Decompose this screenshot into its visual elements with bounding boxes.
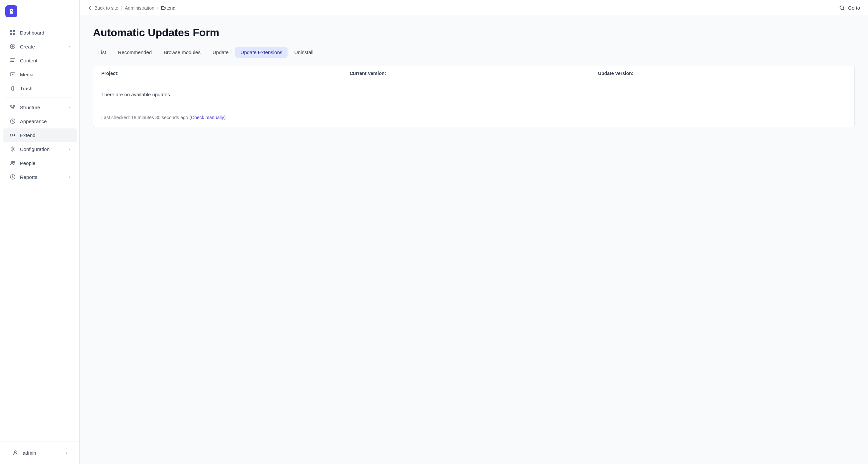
breadcrumb: Back to site | Administration / Extend [88,5,175,11]
structure-arrow-icon: › [69,105,70,109]
trash-icon [9,85,16,92]
tab-uninstall[interactable]: Uninstall [289,47,319,58]
sidebar-item-label-structure: Structure [20,104,65,110]
svg-point-11 [12,148,13,150]
svg-rect-6 [10,58,15,59]
updates-card: Project: Current Version: Update Version… [93,66,855,127]
sidebar-item-content[interactable]: Content [3,54,77,67]
sidebar-item-media[interactable]: Media [3,68,77,81]
svg-rect-1 [10,30,12,32]
search-icon [839,5,845,11]
topbar: Back to site | Administration / Extend G… [80,0,868,16]
svg-point-0 [11,10,12,11]
breadcrumb-sep-2: / [157,5,158,11]
svg-point-15 [14,451,16,453]
column-update-version: Update Version: [598,71,846,76]
dashboard-icon [9,29,16,36]
sidebar-item-extend[interactable]: Extend [3,128,77,142]
sidebar-item-label-appearance: Appearance [20,119,70,124]
media-icon [9,71,16,78]
sidebar-logo-area [0,0,80,23]
sidebar-item-structure[interactable]: Structure › [3,101,77,114]
svg-rect-2 [13,30,15,32]
sidebar-item-label-reports: Reports [20,174,65,180]
page-title: Automatic Updates Form [93,27,855,39]
sidebar-item-create[interactable]: Create › [3,40,77,53]
tab-update[interactable]: Update [207,47,234,58]
main-content: Back to site | Administration / Extend G… [80,0,868,464]
sidebar-item-label-people: People [20,160,70,166]
svg-rect-4 [13,33,15,35]
app-logo[interactable] [5,5,17,17]
sidebar-item-label-content: Content [20,58,70,63]
sidebar-item-label-dashboard: Dashboard [20,30,70,35]
column-project: Project: [101,71,350,76]
no-updates-message: There are no available updates. [101,88,846,101]
extend-icon [9,132,16,138]
svg-rect-7 [10,60,13,60]
admin-arrow-icon: › [66,451,67,455]
sidebar-item-label-configuration: Configuration [20,146,65,152]
tab-update-extensions[interactable]: Update Extensions [235,47,287,58]
breadcrumb-sep-1: | [121,5,122,11]
sidebar-item-reports[interactable]: Reports › [3,170,77,184]
appearance-icon [9,118,16,125]
sidebar-item-configuration[interactable]: Configuration › [3,142,77,156]
sidebar-item-appearance[interactable]: Appearance [3,114,77,128]
goto-label: Go to [848,5,860,11]
breadcrumb-administration[interactable]: Administration [125,5,154,11]
last-checked-text: Last checked: 18 minutes 30 seconds ago … [101,115,191,120]
page-content-area: Automatic Updates Form List Recommended … [80,16,868,464]
table-header: Project: Current Version: Update Version… [93,66,855,81]
column-current-version: Current Version: [350,71,598,76]
svg-rect-8 [10,61,14,62]
check-manually-link[interactable]: Check manually [191,115,224,120]
sidebar-item-trash[interactable]: Trash [3,81,77,95]
create-icon [9,43,16,50]
sidebar-footer: admin › [0,441,80,464]
configuration-arrow-icon: › [69,147,70,151]
sidebar: Dashboard Create › Content Media [0,0,80,464]
content-icon [9,57,16,64]
goto-button[interactable]: Go to [839,5,860,11]
tab-browse-modules[interactable]: Browse modules [158,47,206,58]
people-icon [9,160,16,166]
svg-point-16 [840,6,844,9]
svg-point-13 [13,161,14,163]
back-to-site-link[interactable]: Back to site [88,5,118,11]
sidebar-item-admin[interactable]: admin › [5,446,74,459]
tabs-bar: List Recommended Browse modules Update U… [93,47,855,58]
breadcrumb-extend: Extend [161,5,176,11]
configuration-icon [9,146,16,152]
sidebar-item-label-media: Media [20,72,70,77]
sidebar-item-label-trash: Trash [20,86,70,91]
sidebar-item-people[interactable]: People [3,156,77,170]
sidebar-divider-1 [5,98,74,98]
admin-icon [12,450,19,456]
tab-recommended[interactable]: Recommended [113,47,157,58]
sidebar-nav: Dashboard Create › Content Media [0,23,80,441]
sidebar-item-label-create: Create [20,44,65,49]
svg-rect-10 [10,134,12,136]
back-arrow-icon [88,6,92,10]
sidebar-item-label-extend: Extend [20,132,70,138]
create-arrow-icon: › [69,44,70,49]
structure-icon [9,104,16,110]
table-body: There are no available updates. [93,81,855,108]
svg-point-12 [11,161,13,163]
sidebar-item-dashboard[interactable]: Dashboard [3,26,77,39]
last-checked-row: Last checked: 18 minutes 30 seconds ago … [93,108,855,127]
sidebar-item-label-admin: admin [23,450,62,456]
last-checked-suffix: ) [224,115,226,120]
reports-arrow-icon: › [69,174,70,179]
back-to-site-label: Back to site [94,5,118,11]
reports-icon [9,174,16,180]
tab-list[interactable]: List [93,47,111,58]
svg-rect-3 [10,33,12,35]
